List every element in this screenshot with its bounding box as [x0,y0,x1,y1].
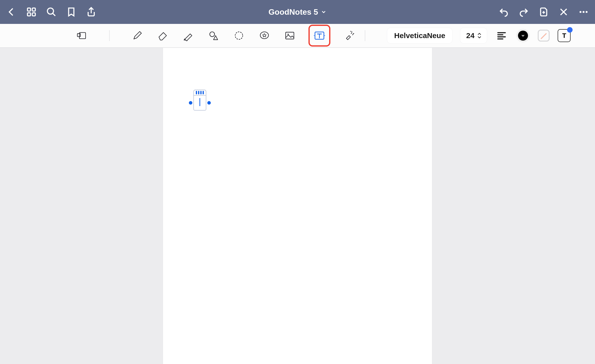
share-button[interactable] [86,6,97,17]
text-style-label: T [562,32,566,40]
zoom-tool[interactable] [75,29,88,42]
lasso-icon [233,30,244,41]
star-bubble-icon [259,30,270,41]
zoom-window-icon [76,30,87,41]
text-caret-icon [200,98,200,106]
title-bar-right [498,6,589,17]
tool-bar: HelveticaNeue 24 T [0,24,595,48]
undo-button[interactable] [498,6,509,17]
pen-tool[interactable] [131,29,144,42]
highlighter-icon [183,30,194,41]
svg-point-19 [288,34,289,35]
document-title-button[interactable]: GoodNotes 5 [268,7,326,17]
svg-rect-18 [286,32,294,39]
chevron-left-icon [6,7,17,17]
svg-point-11 [583,11,585,13]
redo-button[interactable] [518,6,529,17]
svg-rect-0 [27,8,30,11]
chevron-down-icon [521,34,525,37]
redo-icon [519,7,529,17]
svg-point-15 [210,32,215,37]
close-edit-button[interactable] [558,6,569,17]
tool-group-primary [75,25,356,47]
chevron-down-icon [321,9,327,15]
text-color-button[interactable] [516,29,530,42]
svg-point-10 [580,11,582,13]
active-text-box[interactable] [193,90,206,111]
svg-rect-14 [77,34,80,37]
font-size-selector[interactable]: 24 [460,28,487,43]
text-style-presets-button[interactable]: T [558,29,571,42]
more-button[interactable] [578,6,589,17]
align-left-icon [497,31,507,41]
bookmark-button[interactable] [66,6,77,17]
lasso-tool[interactable] [232,29,246,42]
laser-pointer-icon [344,30,355,41]
search-icon [46,7,57,17]
highlighter-tool[interactable] [181,29,195,42]
svg-point-12 [586,11,588,13]
text-background-button[interactable] [538,30,550,42]
thumbnails-button[interactable] [26,6,37,17]
document-page[interactable] [163,48,432,364]
elements-tool[interactable] [258,29,271,42]
back-button[interactable] [6,6,17,17]
paragraph-align-button[interactable] [495,29,508,42]
title-bar: GoodNotes 5 [0,0,595,24]
eraser-icon [157,30,168,41]
page-plus-icon [538,7,549,17]
add-page-button[interactable] [538,6,549,17]
tool-group-text-options: HelveticaNeue 24 T [387,28,571,43]
text-box-resize-handle-right[interactable] [207,101,211,105]
color-swatch-black [518,31,528,41]
close-icon [558,7,569,17]
svg-point-16 [235,32,243,39]
svg-rect-3 [32,13,35,16]
shapes-icon [208,30,219,41]
image-icon [284,30,295,41]
font-selector[interactable]: HelveticaNeue [387,28,452,43]
text-box-move-handle[interactable] [193,90,206,96]
share-icon [86,7,96,17]
laser-tool[interactable] [342,29,356,42]
bookmark-icon [66,7,76,17]
svg-rect-1 [32,8,35,11]
text-box-icon [313,29,326,42]
grid-icon [26,7,37,17]
favorite-dot-icon [567,27,573,33]
font-size-label: 24 [466,31,474,40]
document-title: GoodNotes 5 [268,7,318,17]
svg-point-17 [260,32,269,39]
undo-icon [499,7,509,17]
eraser-tool[interactable] [156,29,169,42]
text-box-resize-handle-left[interactable] [189,101,192,105]
svg-rect-2 [27,13,30,16]
font-name-label: HelveticaNeue [394,31,445,40]
canvas-area[interactable] [0,48,595,364]
ellipsis-icon [578,7,589,17]
pen-icon [132,30,143,41]
text-box-field[interactable] [193,96,206,111]
toolbar-divider [109,30,110,41]
shape-tool[interactable] [207,29,220,42]
svg-point-4 [47,8,54,14]
text-tool[interactable] [308,25,330,47]
search-button[interactable] [46,6,57,17]
toolbar-divider [365,30,365,41]
svg-line-5 [53,13,55,16]
stepper-icon [477,32,482,39]
image-tool[interactable] [283,29,297,42]
title-bar-left [6,6,97,17]
